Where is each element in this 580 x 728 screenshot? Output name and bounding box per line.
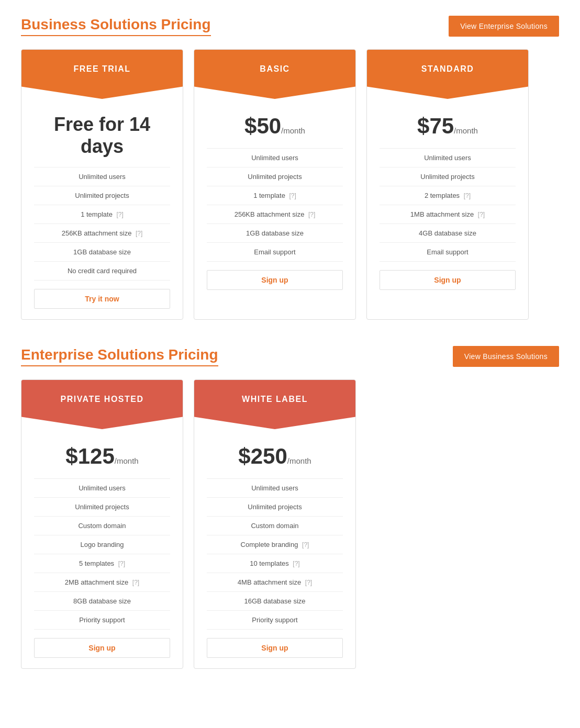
plan-title-standard: STANDARD [421,64,474,73]
feature-item: Unlimited projects [34,498,170,517]
feature-item: Custom domain [34,517,170,535]
plan-card-basic: BASIC $50/month Unlimited usersUnlimited… [194,49,356,320]
plan-cta-private-hosted[interactable]: Sign up [21,630,183,668]
feature-item: Priority support [207,611,343,630]
feature-item: Unlimited projects [34,186,170,205]
feature-item: 256KB attachment size [?] [207,205,343,224]
feature-item: 10 templates [?] [207,554,343,573]
feature-item: 256KB attachment size [?] [34,224,170,243]
plan-body-free-trial: Free for 14 days Unlimited usersUnlimite… [21,99,183,281]
business-section-title: Business Solutions Pricing [21,16,211,36]
feature-item: Priority support [34,611,170,630]
plan-body-standard: $75/month Unlimited usersUnlimited proje… [367,99,528,262]
enterprise-section-header: Enterprise Solutions Pricing View Busine… [21,346,559,367]
plan-card-free-trial: FREE TRIAL Free for 14 days Unlimited us… [21,49,183,320]
cta-link-free-trial[interactable]: Try it now [34,289,170,309]
plan-body-white-label: $250/month Unlimited usersUnlimited proj… [194,429,355,630]
feature-item: Unlimited projects [207,167,343,186]
feature-item: Unlimited users [207,149,343,167]
feature-item: 1GB database size [34,243,170,262]
feature-item: 4MB attachment size [?] [207,573,343,592]
feature-item: 1GB database size [207,224,343,243]
plan-card-private-hosted: PRIVATE HOSTED $125/month Unlimited user… [21,379,183,669]
feature-item: 1MB attachment size [?] [380,205,516,224]
view-business-btn[interactable]: View Business Solutions [453,346,559,367]
feature-item: No credit card required [34,262,170,281]
plan-header-standard: STANDARD [367,50,528,99]
plan-header-private-hosted: PRIVATE HOSTED [21,380,183,429]
feature-item: Email support [380,243,516,262]
feature-item: Unlimited projects [380,167,516,186]
feature-item: 1 template [?] [207,186,343,205]
business-section-header: Business Solutions Pricing View Enterpri… [21,16,559,37]
plan-features-basic: Unlimited usersUnlimited projects1 templ… [207,148,343,262]
feature-item: Unlimited users [34,167,170,186]
feature-item: 8GB database size [34,592,170,611]
business-plans-grid: FREE TRIAL Free for 14 days Unlimited us… [21,49,559,320]
plan-features-private-hosted: Unlimited usersUnlimited projectsCustom … [34,478,170,630]
plan-header-free-trial: FREE TRIAL [21,50,183,99]
cta-link-private-hosted[interactable]: Sign up [34,638,170,658]
plan-title-private-hosted: PRIVATE HOSTED [60,395,143,404]
plan-card-standard: STANDARD $75/month Unlimited usersUnlimi… [366,49,529,320]
plan-cta-basic[interactable]: Sign up [194,262,355,300]
plan-body-basic: $50/month Unlimited usersUnlimited proje… [194,99,355,262]
plan-header-white-label: WHITE LABEL [194,380,355,429]
feature-item: 1 template [?] [34,205,170,224]
plan-title-basic: BASIC [260,64,289,73]
plan-body-private-hosted: $125/month Unlimited usersUnlimited proj… [21,429,183,630]
enterprise-plans-grid: PRIVATE HOSTED $125/month Unlimited user… [21,379,559,669]
plan-title-white-label: WHITE LABEL [242,395,308,404]
plan-cta-free-trial[interactable]: Try it now [21,281,183,319]
cta-link-standard[interactable]: Sign up [380,270,516,290]
plan-features-standard: Unlimited usersUnlimited projects2 templ… [380,148,516,262]
plan-header-basic: BASIC [194,50,355,99]
feature-item: 4GB database size [380,224,516,243]
feature-item: 16GB database size [207,592,343,611]
feature-item: Logo branding [34,535,170,554]
feature-item: Unlimited users [380,149,516,167]
plan-cta-standard[interactable]: Sign up [367,262,528,300]
enterprise-section-title: Enterprise Solutions Pricing [21,346,218,366]
plan-features-free-trial: Unlimited usersUnlimited projects1 templ… [34,167,170,281]
feature-item: Custom domain [207,517,343,535]
view-enterprise-btn[interactable]: View Enterprise Solutions [449,16,559,37]
cta-link-white-label[interactable]: Sign up [207,638,343,658]
feature-item: 2 templates [?] [380,186,516,205]
feature-item: Unlimited users [207,479,343,498]
plan-cta-white-label[interactable]: Sign up [194,630,355,668]
feature-item: Complete branding [?] [207,535,343,554]
feature-item: Unlimited projects [207,498,343,517]
plan-features-white-label: Unlimited usersUnlimited projectsCustom … [207,478,343,630]
plan-card-white-label: WHITE LABEL $250/month Unlimited usersUn… [194,379,356,669]
feature-item: 2MB attachment size [?] [34,573,170,592]
feature-item: Unlimited users [34,479,170,498]
cta-link-basic[interactable]: Sign up [207,270,343,290]
feature-item: Email support [207,243,343,262]
plan-title-free-trial: FREE TRIAL [73,64,130,73]
feature-item: 5 templates [?] [34,554,170,573]
